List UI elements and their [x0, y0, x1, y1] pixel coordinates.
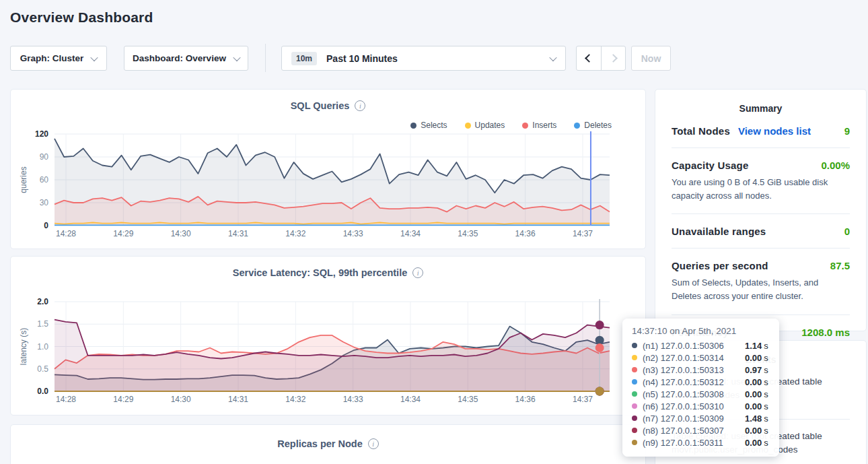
summary-label: Queries per second — [672, 260, 768, 271]
dashboard-dropdown-label: Dashboard: Overview — [133, 53, 226, 63]
time-range-badge: 10m — [291, 52, 317, 65]
x-tick-label: 14:34 — [400, 229, 421, 238]
summary-label: Unavailable ranges — [672, 226, 766, 237]
y-axis-label: queries — [19, 166, 28, 193]
info-icon[interactable]: i — [355, 100, 365, 111]
x-tick-label: 14:30 — [171, 395, 191, 404]
tooltip-node-unit: s — [764, 389, 768, 399]
legend-item-deletes[interactable]: Deletes — [574, 121, 612, 130]
x-tick-label: 14:35 — [458, 395, 478, 404]
summary-value: 9 — [844, 125, 850, 137]
series-color-dot — [632, 416, 637, 421]
graph-dropdown-label: Graph: Cluster — [20, 53, 84, 63]
replicas-per-node-panel: Replicas per Node i — [10, 424, 646, 464]
time-range-selector[interactable]: 10m Past 10 Minutes — [281, 46, 566, 71]
legend-dot — [574, 123, 580, 129]
series-color-dot — [632, 391, 637, 397]
legend-item-selects[interactable]: Selects — [410, 121, 447, 130]
time-prev-button[interactable] — [577, 46, 601, 70]
legend-item-updates[interactable]: Updates — [465, 121, 505, 130]
tooltip-node-value: 1.48 — [745, 413, 762, 424]
tooltip-node-unit: s — [764, 426, 768, 436]
graph-dropdown[interactable]: Graph: Cluster — [10, 46, 107, 71]
x-tick-label: 14:37 — [573, 395, 593, 404]
controls-divider — [265, 44, 266, 72]
tooltip-node-row: (n5) 127.0.0.1:503080.00s — [632, 388, 770, 400]
x-tick-label: 14:32 — [285, 395, 305, 404]
y-tick-label: 0.5 — [37, 364, 48, 374]
legend-label: Inserts — [532, 121, 556, 130]
summary-desc: You are using 0 B of 4.5 GiB usable disk… — [672, 176, 850, 203]
y-tick-label: 120 — [35, 129, 48, 139]
summary-value: 1208.0 ms — [801, 327, 850, 338]
x-tick-label: 14:36 — [515, 395, 536, 404]
y-tick-label: 60 — [40, 175, 49, 185]
legend-label: Deletes — [584, 121, 612, 130]
x-tick-label: 14:33 — [343, 229, 363, 238]
sql-queries-chart[interactable]: 030609012014:2814:2914:3014:3114:3214:33… — [11, 90, 645, 248]
chevron-down-icon — [233, 53, 240, 61]
y-axis-label: latency (s) — [19, 328, 28, 365]
legend-item-inserts[interactable]: Inserts — [522, 121, 556, 130]
summary-value: 87.5 — [830, 260, 850, 271]
tooltip-node-row: (n4) 127.0.0.1:503120.00s — [632, 376, 770, 388]
tooltip-node-label: (n4) 127.0.0.1:50312 — [643, 377, 745, 387]
time-range-label: Past 10 Minutes — [326, 53, 398, 64]
now-button[interactable]: Now — [631, 46, 671, 71]
time-nav-group — [576, 46, 626, 71]
legend-dot — [522, 123, 528, 129]
x-tick-label: 14:33 — [343, 395, 363, 404]
series-color-dot — [632, 428, 637, 433]
series-color-dot — [632, 403, 637, 409]
service-latency-chart[interactable]: 0.00.51.01.52.014:2814:2914:3014:3114:32… — [11, 257, 645, 415]
y-tick-label: 1.5 — [37, 319, 48, 329]
tooltip-node-row: (n7) 127.0.0.1:503091.48s — [632, 412, 770, 424]
summary-desc: Sum of Selects, Updates, Inserts, and De… — [672, 276, 850, 303]
x-tick-label: 14:29 — [113, 395, 133, 404]
summary-row-unavailable-ranges: Unavailable ranges 0 — [672, 214, 850, 248]
tooltip-node-unit: s — [764, 438, 768, 448]
legend-label: Selects — [421, 121, 447, 130]
summary-value: 0 — [844, 226, 850, 237]
info-icon[interactable]: i — [368, 438, 379, 449]
tooltip-node-unit: s — [764, 401, 768, 411]
tooltip-node-value: 1.14 — [745, 341, 762, 351]
tooltip-node-label: (n8) 127.0.0.1:50307 — [643, 426, 745, 436]
summary-label: Total Nodes — [672, 125, 730, 137]
sql-queries-panel: 030609012014:2814:2914:3014:3114:3214:33… — [10, 89, 646, 249]
summary-panel: Summary Total Nodes View nodes list 9 Ca… — [655, 89, 867, 331]
tooltip-node-value: 0.00 — [745, 426, 762, 436]
crosshair-dot — [595, 343, 604, 352]
summary-title: Summary — [655, 90, 866, 114]
y-tick-label: 1.0 — [37, 342, 48, 352]
tooltip-node-unit: s — [764, 341, 768, 351]
series-color-dot — [632, 343, 637, 348]
crosshair-dot — [595, 321, 604, 329]
y-tick-label: 0.0 — [37, 387, 48, 396]
x-tick-label: 14:28 — [56, 229, 76, 238]
tooltip-node-row: (n3) 127.0.0.1:503130.97s — [632, 364, 770, 376]
x-tick-label: 14:31 — [228, 229, 248, 238]
tooltip-node-row: (n9) 127.0.0.1:503110.00s — [632, 436, 770, 449]
tooltip-node-unit: s — [764, 353, 768, 363]
chart-title-sql-queries: SQL Queries — [291, 100, 350, 111]
series-color-dot — [632, 379, 637, 385]
tooltip-node-row: (n2) 127.0.0.1:503140.00s — [632, 352, 770, 364]
chevron-left-icon — [585, 54, 593, 63]
tooltip-node-unit: s — [764, 413, 768, 424]
series-color-dot — [632, 367, 637, 372]
view-nodes-list-link[interactable]: View nodes list — [738, 125, 811, 137]
chart-title-replicas-per-node: Replicas per Node — [277, 438, 363, 449]
x-tick-label: 14:36 — [515, 229, 536, 238]
x-tick-label: 14:31 — [228, 395, 248, 404]
time-next-button[interactable] — [601, 46, 625, 70]
service-latency-panel: 0.00.51.01.52.014:2814:2914:3014:3114:32… — [10, 256, 646, 416]
info-icon[interactable]: i — [412, 267, 423, 278]
chevron-down-icon — [549, 53, 556, 61]
x-tick-label: 14:37 — [573, 229, 593, 238]
sql-legend: SelectsUpdatesInsertsDeletes — [410, 121, 612, 130]
x-tick-label: 14:28 — [56, 395, 76, 404]
dashboard-dropdown[interactable]: Dashboard: Overview — [124, 46, 248, 71]
summary-label: Capacity Usage — [672, 160, 749, 171]
summary-row-total-nodes: Total Nodes View nodes list 9 — [672, 114, 850, 148]
